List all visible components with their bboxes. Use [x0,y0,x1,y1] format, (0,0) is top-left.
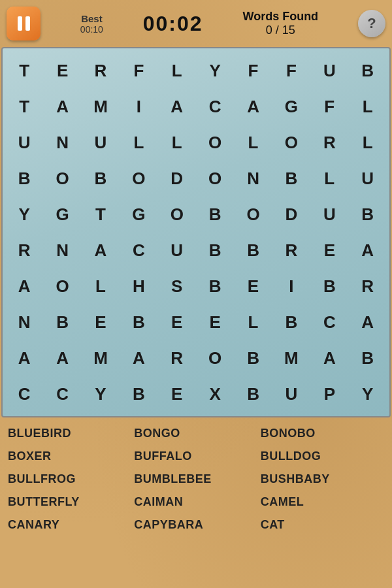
grid-cell-2-7[interactable]: O [274,125,309,160]
grid-cell-7-5[interactable]: E [197,304,233,340]
grid-cell-9-1[interactable]: C [45,376,80,412]
grid-cell-1-4[interactable]: A [159,89,195,124]
grid-cell-3-4[interactable]: D [159,161,195,196]
grid-cell-2-2[interactable]: U [83,125,118,160]
grid-cell-4-4[interactable]: O [159,197,195,232]
grid-cell-0-6[interactable]: F [236,53,271,88]
grid-cell-1-9[interactable]: L [350,89,385,124]
grid-cell-4-3[interactable]: G [121,197,156,232]
grid-cell-8-2[interactable]: M [83,340,118,376]
grid-cell-9-4[interactable]: E [159,376,195,412]
grid-cell-1-8[interactable]: F [312,89,347,124]
grid-cell-3-8[interactable]: L [312,161,347,196]
grid-cell-3-9[interactable]: U [350,161,385,196]
grid-cell-5-6[interactable]: B [236,233,271,268]
grid-cell-5-5[interactable]: B [197,233,233,268]
grid-cell-9-7[interactable]: U [274,376,309,412]
grid-cell-7-6[interactable]: L [236,304,271,340]
grid-cell-8-7[interactable]: M [274,340,309,376]
grid-cell-0-3[interactable]: F [121,53,156,88]
grid-cell-5-7[interactable]: R [274,233,309,268]
grid-cell-2-6[interactable]: L [236,125,271,160]
grid-cell-6-3[interactable]: H [121,269,156,304]
grid-cell-3-3[interactable]: O [121,161,156,196]
grid-cell-0-5[interactable]: Y [197,53,233,88]
grid-cell-6-2[interactable]: L [83,269,118,304]
grid-cell-4-1[interactable]: G [45,197,80,232]
grid-cell-6-8[interactable]: B [312,269,347,304]
grid-cell-2-5[interactable]: O [197,125,233,160]
grid-cell-3-5[interactable]: O [197,161,233,196]
grid-cell-4-6[interactable]: O [236,197,271,232]
grid-cell-8-4[interactable]: R [159,340,195,376]
grid-cell-0-2[interactable]: R [83,53,118,88]
grid-cell-3-0[interactable]: B [7,161,42,196]
grid-cell-0-0[interactable]: T [7,53,42,88]
grid-cell-5-9[interactable]: A [350,233,385,268]
grid-cell-0-1[interactable]: E [45,53,80,88]
grid-cell-7-8[interactable]: C [312,304,347,340]
grid-cell-5-4[interactable]: U [159,233,195,268]
grid-cell-6-0[interactable]: A [7,269,42,304]
grid-cell-9-8[interactable]: P [312,376,347,412]
grid-cell-9-0[interactable]: C [7,376,42,412]
grid-cell-8-9[interactable]: B [350,340,385,376]
grid-cell-2-9[interactable]: L [350,125,385,160]
grid-cell-4-2[interactable]: T [83,197,118,232]
grid-cell-4-9[interactable]: B [350,197,385,232]
grid-cell-3-2[interactable]: B [83,161,118,196]
grid-cell-7-3[interactable]: B [121,304,156,340]
grid-cell-0-4[interactable]: L [159,53,195,88]
grid-cell-8-0[interactable]: A [7,340,42,376]
grid-cell-6-4[interactable]: S [159,269,195,304]
grid-cell-8-6[interactable]: B [236,340,271,376]
grid-cell-5-1[interactable]: N [45,233,80,268]
grid-cell-0-8[interactable]: U [312,53,347,88]
grid-cell-2-8[interactable]: R [312,125,347,160]
help-button[interactable]: ? [358,10,385,37]
grid-cell-1-0[interactable]: T [7,89,42,124]
grid-cell-9-6[interactable]: B [236,376,271,412]
grid-cell-7-1[interactable]: B [45,304,80,340]
grid-cell-4-0[interactable]: Y [7,197,42,232]
grid-cell-3-1[interactable]: O [45,161,80,196]
grid-cell-6-9[interactable]: R [350,269,385,304]
grid-cell-4-5[interactable]: B [197,197,233,232]
grid-cell-8-8[interactable]: A [312,340,347,376]
grid-cell-3-7[interactable]: B [274,161,309,196]
grid-cell-6-7[interactable]: I [274,269,309,304]
grid-cell-9-2[interactable]: Y [83,376,118,412]
grid-cell-2-4[interactable]: L [159,125,195,160]
grid-cell-8-1[interactable]: A [45,340,80,376]
grid-cell-1-5[interactable]: C [197,89,233,124]
grid-cell-7-2[interactable]: E [83,304,118,340]
grid-cell-9-5[interactable]: X [197,376,233,412]
grid-cell-7-4[interactable]: E [159,304,195,340]
grid-cell-5-3[interactable]: C [121,233,156,268]
grid-cell-8-3[interactable]: A [121,340,156,376]
grid-cell-7-7[interactable]: B [274,304,309,340]
grid-cell-2-3[interactable]: L [121,125,156,160]
grid-cell-4-8[interactable]: U [312,197,347,232]
grid-cell-6-6[interactable]: E [236,269,271,304]
grid-cell-0-9[interactable]: B [350,53,385,88]
grid-cell-1-3[interactable]: I [121,89,156,124]
grid-cell-2-1[interactable]: N [45,125,80,160]
grid-cell-4-7[interactable]: D [274,197,309,232]
grid-cell-3-6[interactable]: N [236,161,271,196]
grid-cell-5-2[interactable]: A [83,233,118,268]
grid-cell-8-5[interactable]: O [197,340,233,376]
grid-cell-1-2[interactable]: M [83,89,118,124]
grid-cell-1-6[interactable]: A [236,89,271,124]
grid-cell-9-3[interactable]: B [121,376,156,412]
grid-cell-6-1[interactable]: O [45,269,80,304]
grid-cell-5-8[interactable]: E [312,233,347,268]
grid-cell-0-7[interactable]: F [274,53,309,88]
grid-cell-5-0[interactable]: R [7,233,42,268]
grid-cell-6-5[interactable]: B [197,269,233,304]
grid-cell-2-0[interactable]: U [7,125,42,160]
grid-cell-1-7[interactable]: G [274,89,309,124]
grid-cell-7-0[interactable]: N [7,304,42,340]
grid-cell-7-9[interactable]: A [350,304,385,340]
pause-button[interactable] [7,7,41,41]
